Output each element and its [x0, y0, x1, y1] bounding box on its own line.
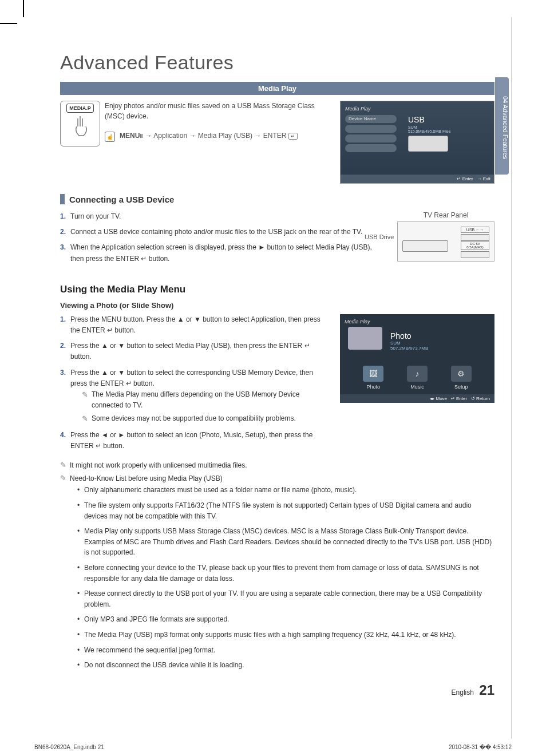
osd-exit: → Exit [477, 176, 490, 181]
view-step-4: Press the ◄ or ► button to select an ico… [70, 431, 312, 450]
usb-port-figure: USB ←→ DC 5V 0.5A(MAX) [461, 227, 489, 258]
osd-setup-tab: ⚙Setup [444, 366, 478, 390]
osd-photo-title: Photo [390, 331, 490, 341]
view-step-1: Press the MENU button. Press the ▲ or ▼ … [70, 315, 321, 334]
know-item: Only MP3 and JPEG file formats are suppo… [77, 614, 494, 625]
osd-enter: ↵ Enter [451, 396, 467, 401]
osd-slot [345, 144, 397, 152]
rear-panel-title: TV Rear Panel [397, 211, 494, 219]
using-heading: Using the Media Play Menu [60, 284, 494, 295]
viewing-subheading: Viewing a Photo (or Slide Show) [60, 301, 494, 310]
enter-icon: ↵ [288, 133, 298, 140]
osd-music-tab: ♪Music [400, 366, 434, 390]
osd-device-select: Media Play Device Name USB SUM 515.0MB/4… [340, 101, 494, 184]
osd-slot [345, 134, 397, 143]
conn-step-3: When the Application selection screen is… [70, 243, 372, 262]
osd-brand: Media Play [345, 319, 490, 324]
osd-sum: SUM [408, 125, 450, 129]
know-item: Do not disconnect the USB device while i… [77, 660, 494, 671]
view-step-3: Press the ▲ or ▼ button to select the co… [70, 369, 313, 387]
page-number: 21 [479, 682, 494, 698]
osd-slot: Device Name [345, 115, 397, 123]
mediap-label: MEDIA.P [66, 104, 94, 113]
osd-free: 515.0MB/495.0MB Free [408, 129, 450, 133]
osd-media-menu: Media Play Photo SUM507.2MB/973.7MB 🖼Pho… [340, 314, 494, 403]
note-know-list: Need-to-Know List before using Media Pla… [60, 474, 494, 482]
osd-enter: ↵ Enter [457, 176, 473, 181]
menu-path: ☝ MENUⅢ → Application → Media Play (USB)… [105, 132, 329, 142]
know-item: The file system only supports FAT16/32 (… [77, 500, 494, 521]
note-unlicensed: It might not work properly with unlicens… [60, 461, 494, 469]
know-item: Please connect directly to the USB port … [77, 588, 494, 609]
hand-cursor-icon [69, 113, 92, 140]
osd-move: ◂▸ Move [430, 396, 447, 401]
print-file: BN68-02620A_Eng.indb 21 [34, 744, 104, 750]
usb-stick-illustration [402, 240, 448, 252]
know-item: Only alphanumeric characters must be use… [77, 485, 494, 496]
know-item: Media Play only supports USB Mass Storag… [77, 526, 494, 558]
page-title: Advanced Features [60, 52, 494, 74]
know-item: The Media Play (USB) mp3 format only sup… [77, 630, 494, 640]
mediap-button-illustration: MEDIA.P [60, 101, 100, 147]
connecting-heading: Connecting a USB Device [69, 195, 174, 204]
rear-panel-figure: USB Drive USB ←→ DC 5V 0.5A(MAX) [397, 221, 494, 262]
subhead-accent [60, 194, 65, 204]
view-step-2: Press the ▲ or ▼ button to select Media … [70, 342, 310, 361]
camera-icon [348, 327, 382, 350]
remote-icon: ☝ [105, 132, 115, 142]
section-header: Media Play [60, 82, 494, 95]
osd-usb-label: USB [408, 115, 450, 124]
know-list: Only alphanumeric characters must be use… [60, 485, 494, 670]
usb-drive-label: USB Drive [365, 233, 394, 240]
print-timestamp: 2010-08-31 �� 4:53:12 [449, 744, 512, 750]
page-footer: English 21 [60, 682, 494, 698]
usb-plug-illustration [408, 136, 448, 152]
osd-slot [345, 125, 397, 133]
know-item: Before connecting your device to the TV,… [77, 563, 494, 584]
osd-return: ↺ Return [471, 396, 490, 401]
osd-photo-tab: 🖼Photo [356, 366, 390, 390]
conn-step-2: Connect a USB device containing photo an… [70, 228, 362, 236]
view-subnote-2: Some devices may not be supported due to… [82, 413, 330, 425]
view-subnote-1: The Media Play menu differs depending on… [82, 389, 330, 411]
osd-brand: Media Play [345, 106, 489, 112]
conn-step-1: Turn on your TV. [70, 212, 121, 220]
intro-description: Enjoy photos and/or music files saved on… [105, 101, 329, 121]
know-item: We recommend the sequential jpeg format. [77, 645, 494, 656]
